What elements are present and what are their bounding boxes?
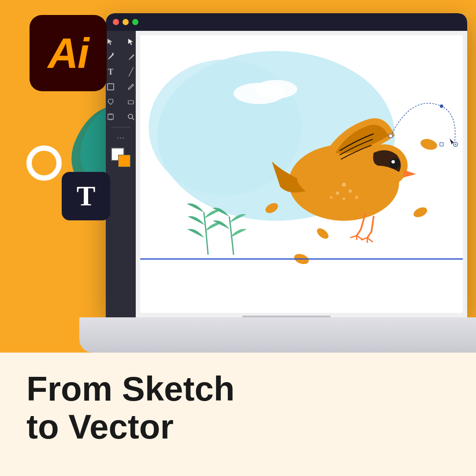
window-close-dot	[113, 19, 119, 25]
svg-rect-32	[440, 143, 443, 146]
svg-rect-1	[108, 84, 114, 90]
text-tool-floating-icon: T	[62, 172, 110, 220]
fill-swatch	[118, 155, 130, 167]
svg-point-19	[315, 226, 331, 241]
paint-bucket-icon[interactable]	[106, 95, 120, 108]
bottom-text-box: From Sketch to Vector	[0, 353, 476, 476]
headline-line1: From Sketch	[26, 370, 234, 408]
window-maximize-dot	[132, 19, 138, 25]
svg-point-18	[412, 205, 429, 219]
browser-titlebar	[106, 13, 467, 31]
rectangle-tool-icon[interactable]	[106, 80, 120, 93]
illustrator-canvas-area	[136, 31, 467, 317]
svg-rect-31	[389, 134, 392, 138]
svg-line-9	[132, 118, 134, 120]
text-tool-letter: T	[77, 180, 96, 212]
ai-logo-text: Ai	[48, 32, 89, 74]
svg-point-22	[342, 182, 346, 187]
adobe-illustrator-icon[interactable]: Ai	[30, 15, 107, 91]
svg-point-33	[440, 104, 443, 108]
svg-point-26	[342, 197, 345, 200]
toolbar-divider	[111, 127, 130, 127]
screen-content: T ╱	[106, 31, 467, 317]
svg-point-8	[128, 114, 133, 119]
main-background: Ai T	[0, 0, 476, 476]
circle-tool-icon	[26, 145, 62, 181]
svg-point-13	[255, 80, 297, 98]
laptop-wrapper: T ╱	[106, 13, 467, 353]
type-tool-icon[interactable]: T	[106, 65, 120, 78]
svg-point-23	[349, 190, 352, 193]
artboard-tool-icon[interactable]	[106, 110, 120, 123]
laptop-base	[79, 317, 476, 353]
canvas-white	[140, 35, 463, 313]
svg-point-25	[355, 196, 358, 199]
illustrator-toolbar: T ╱	[106, 31, 136, 317]
svg-point-24	[336, 191, 339, 195]
svg-point-27	[330, 196, 333, 199]
svg-point-17	[419, 137, 438, 151]
pen-tool-icon[interactable]	[106, 50, 120, 63]
select-tool-icon[interactable]	[106, 35, 120, 48]
color-swatch[interactable]	[111, 148, 130, 167]
svg-point-0	[112, 53, 114, 55]
svg-rect-3	[108, 114, 113, 119]
svg-point-30	[391, 160, 395, 164]
svg-rect-2	[128, 100, 134, 104]
sky-background	[140, 35, 463, 313]
svg-point-29	[390, 158, 400, 168]
headline-line2: to Vector	[26, 408, 234, 446]
laptop-screen: T ╱	[106, 13, 467, 317]
sky-blob-svg	[140, 35, 463, 313]
bottom-text-content: From Sketch to Vector	[26, 370, 234, 446]
more-tools-icon[interactable]: ···	[111, 131, 130, 144]
window-minimize-dot	[123, 19, 129, 25]
